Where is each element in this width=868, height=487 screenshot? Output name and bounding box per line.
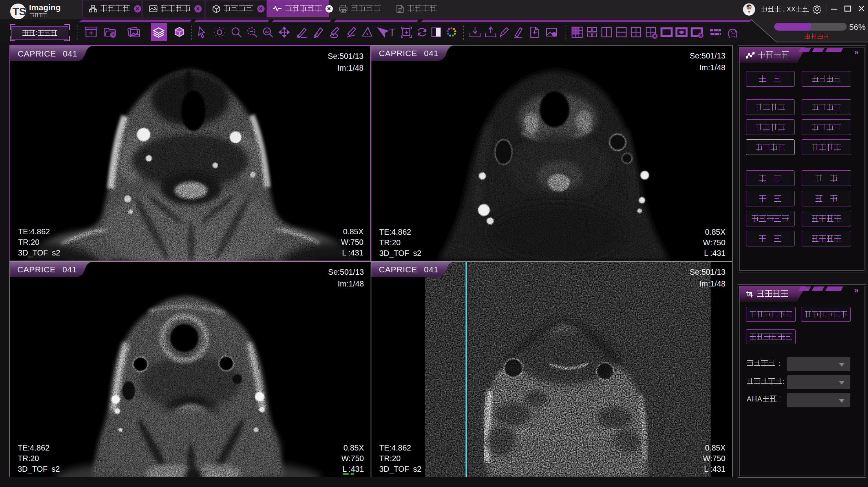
svg-text:TS: TS xyxy=(13,6,26,18)
svg-text:T: T xyxy=(389,26,395,38)
svg-text:Imaging: Imaging xyxy=(29,3,61,12)
svg-text:x2: x2 xyxy=(265,30,269,34)
